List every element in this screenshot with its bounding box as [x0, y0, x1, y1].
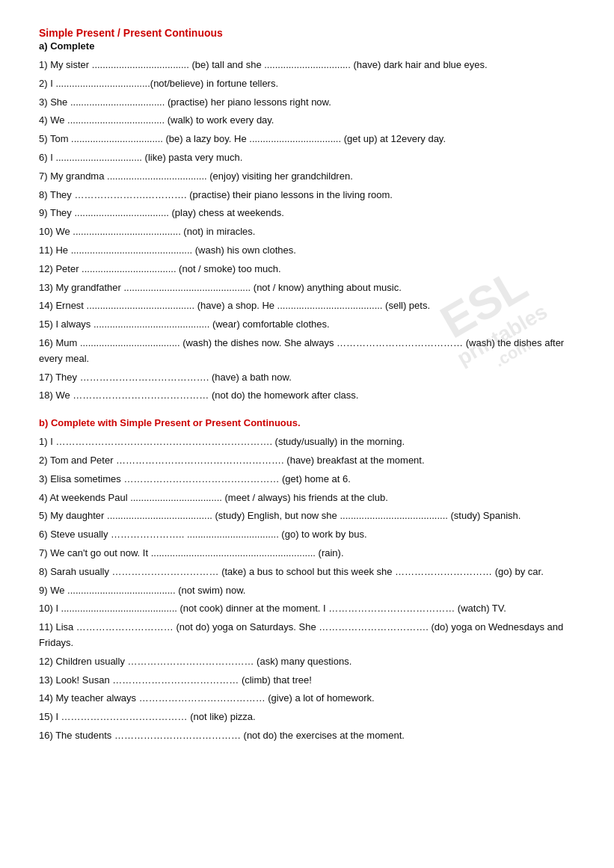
- section-b-item-9: 9) We ..................................…: [39, 583, 575, 599]
- section-a-item-1: 1) My sister ...........................…: [39, 58, 575, 73]
- section-a-item-7: 7) My grandma ..........................…: [39, 169, 575, 185]
- section-a-item-18: 18) We …………………………………… (not do) the homew…: [39, 388, 575, 404]
- section-b-item-6: 6) Steve usually ………………….. .............…: [39, 527, 575, 543]
- page-title: Simple Present / Present Continuous: [39, 27, 575, 39]
- section-a-item-10: 10) We .................................…: [39, 224, 575, 240]
- section-a-item-15: 15) I always ...........................…: [39, 317, 575, 333]
- section-a-item-16: 16) Mum ................................…: [39, 336, 575, 367]
- section-b-item-5: 5) My daughter .........................…: [39, 508, 575, 524]
- section-a-item-14: 14) Ernest .............................…: [39, 298, 575, 314]
- section-b-item-10: 10) I ..................................…: [39, 601, 575, 617]
- section-b-label: b) Complete with Simple Present or Prese…: [39, 417, 575, 428]
- section-a-item-2: 2) I ...................................…: [39, 76, 575, 92]
- section-b-exercises: 1) I …………………………………………………………. (study/usua…: [39, 434, 575, 744]
- section-a-item-6: 6) I ................................ (l…: [39, 150, 575, 166]
- section-b-item-16: 16) The students ………………………………… (not do) …: [39, 728, 575, 744]
- section-a-label: a) Complete: [39, 40, 575, 52]
- section-a-item-11: 11) He .................................…: [39, 243, 575, 259]
- section-b-item-13: 13) Look! Susan ………………………………… (climb) th…: [39, 673, 575, 689]
- section-a-item-5: 5) Tom .................................…: [39, 132, 575, 147]
- section-a-item-4: 4) We ..................................…: [39, 113, 575, 129]
- section-b-item-2: 2) Tom and Peter ……………………………………………. (hav…: [39, 453, 575, 469]
- section-b-item-4: 4) At weekends Paul ....................…: [39, 490, 575, 506]
- section-b-item-1: 1) I …………………………………………………………. (study/usua…: [39, 434, 575, 450]
- section-b-item-3: 3) Elisa sometimes ………………………………………… (get…: [39, 472, 575, 487]
- section-b-item-11: 11) Lisa ………………………… (not do) yoga on Sat…: [39, 620, 575, 651]
- section-a-item-9: 9) They ................................…: [39, 206, 575, 221]
- section-a-exercises: 1) My sister ...........................…: [39, 58, 575, 404]
- section-a-item-3: 3) She .................................…: [39, 95, 575, 111]
- section-a-item-8: 8) They ………………….…………. (practise) their p…: [39, 188, 575, 203]
- section-a-item-17: 17) They …………………………………. (have) a bath no…: [39, 370, 575, 386]
- section-a-item-12: 12) Peter ..............................…: [39, 262, 575, 277]
- section-b-item-7: 7) We can't go out now. It .............…: [39, 546, 575, 561]
- section-b-item-15: 15) I ………………………………… (not like) pizza.: [39, 710, 575, 725]
- section-a-item-13: 13) My grandfather .....................…: [39, 280, 575, 296]
- section-b-item-12: 12) Children usually ………………………………… (ask)…: [39, 654, 575, 670]
- section-b-item-8: 8) Sarah usually …………………………… (take) a bu…: [39, 564, 575, 580]
- section-b-item-14: 14) My teacher always ………………………………… (giv…: [39, 691, 575, 707]
